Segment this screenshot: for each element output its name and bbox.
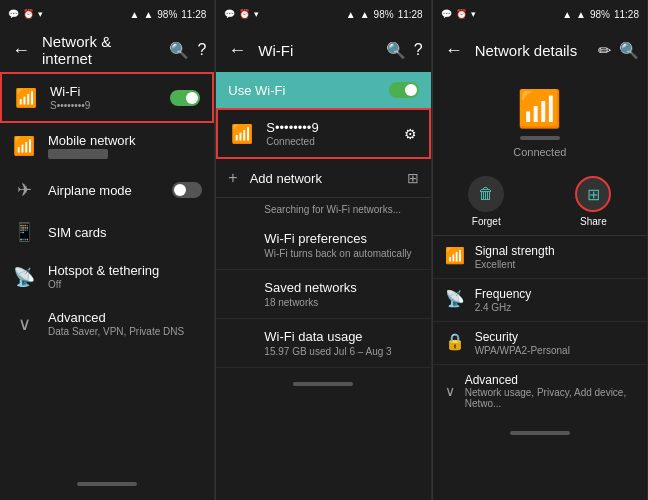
connected-ssid: S••••••••9 — [266, 120, 391, 135]
use-wifi-bar: Use Wi-Fi — [216, 72, 430, 108]
wifi-item-subtitle: S••••••••9 — [50, 100, 158, 111]
hotspot-icon: 📡 — [12, 266, 36, 288]
top-bar-icons-1: 🔍 ? — [169, 41, 206, 60]
advanced-item-subtitle: Data Saver, VPN, Private DNS — [48, 326, 202, 337]
qr-icon[interactable]: ⊞ — [407, 170, 419, 186]
connected-network-text: S••••••••9 Connected — [266, 120, 391, 147]
airplane-icon: ✈ — [12, 179, 36, 201]
security-title: Security — [475, 330, 570, 344]
settings-item-hotspot[interactable]: 📡 Hotspot & tethering Off — [0, 253, 214, 300]
frequency-value: 2.4 GHz — [475, 302, 532, 313]
status-bar-left-2: 💬 ⏰ ▾ — [224, 9, 259, 19]
signal-icon-2: ▲ — [346, 9, 356, 20]
time-3: 11:28 — [614, 9, 639, 20]
signal-strength-icon: 📶 — [445, 246, 465, 265]
nav-bar-1 — [0, 468, 214, 500]
wifi-item-title: Wi-Fi — [50, 84, 158, 99]
alarm-icon-3: ⏰ — [456, 9, 467, 19]
detail-frequency: 📡 Frequency 2.4 GHz — [433, 279, 647, 322]
settings-item-sim[interactable]: 📱 SIM cards — [0, 211, 214, 253]
wifi-toggle[interactable] — [170, 90, 200, 106]
airplane-toggle[interactable] — [172, 182, 202, 198]
wifi-item-text: Wi-Fi S••••••••9 — [50, 84, 158, 111]
mobile-icon: 📶 — [12, 135, 36, 157]
pref-subtitle-0: Wi-Fi turns back on automatically — [264, 248, 418, 259]
hotspot-item-text: Hotspot & tethering Off — [48, 263, 202, 290]
sim-icon: 📱 — [12, 221, 36, 243]
back-button-2[interactable]: ← — [224, 36, 250, 65]
back-button-3[interactable]: ← — [441, 36, 467, 65]
connected-status: Connected — [266, 136, 391, 147]
home-indicator-3 — [510, 431, 570, 435]
settings-item-mobile[interactable]: 📶 Mobile network •••••••• — [0, 123, 214, 169]
status-bar-left-3: 💬 ⏰ ▾ — [441, 9, 476, 19]
help-icon-2[interactable]: ? — [414, 41, 423, 59]
use-wifi-toggle[interactable] — [389, 82, 419, 98]
search-icon-3[interactable]: 🔍 — [619, 41, 639, 60]
whatsapp-icon: 💬 — [8, 9, 19, 19]
forget-button[interactable]: 🗑 Forget — [468, 176, 504, 227]
frequency-icon: 📡 — [445, 289, 465, 308]
status-bar-1: 💬 ⏰ ▾ ▲ ▲ 98% 11:28 — [0, 0, 214, 28]
forget-icon: 🗑 — [478, 185, 494, 203]
forget-icon-box: 🗑 — [468, 176, 504, 212]
pref-subtitle-2: 15.97 GB used Jul 6 – Aug 3 — [264, 346, 418, 357]
help-icon-1[interactable]: ? — [197, 41, 206, 59]
top-bar-icons-2: 🔍 ? — [386, 41, 423, 60]
mobile-item-title: Mobile network — [48, 133, 202, 148]
pref-subtitle-1: 18 networks — [264, 297, 418, 308]
share-button[interactable]: ⊞ Share — [575, 176, 611, 227]
pref-item-data-usage[interactable]: Wi-Fi data usage 15.97 GB used Jul 6 – A… — [216, 319, 430, 368]
settings-item-airplane[interactable]: ✈ Airplane mode — [0, 169, 214, 211]
gear-icon[interactable]: ⚙ — [404, 126, 417, 142]
details-connected-label: Connected — [513, 146, 566, 158]
nav-bar-2 — [216, 368, 430, 400]
status-bar-right-1: ▲ ▲ 98% 11:28 — [129, 9, 206, 20]
mobile-item-text: Mobile network •••••••• — [48, 133, 202, 159]
airplane-item-title: Airplane mode — [48, 183, 160, 198]
settings-item-wifi[interactable]: 📶 Wi-Fi S••••••••9 — [0, 72, 214, 123]
home-indicator-1 — [77, 482, 137, 486]
detail-security: 🔒 Security WPA/WPA2-Personal — [433, 322, 647, 365]
advanced-row-details[interactable]: ∨ Advanced Network usage, Privacy, Add d… — [433, 365, 647, 417]
signal-value: Excellent — [475, 259, 555, 270]
status-bar-right-3: ▲ ▲ 98% 11:28 — [562, 9, 639, 20]
battery-percent-3: 98% — [590, 9, 610, 20]
add-network-label: Add network — [250, 171, 395, 186]
search-icon-2[interactable]: 🔍 — [386, 41, 406, 60]
network-name-blur — [520, 136, 560, 140]
big-wifi-icon: 📶 — [517, 88, 562, 130]
mobile-item-subtitle: •••••••• — [48, 149, 108, 159]
airplane-item-text: Airplane mode — [48, 183, 160, 198]
detail-signal: 📶 Signal strength Excellent — [433, 236, 647, 279]
settings-item-advanced[interactable]: ∨ Advanced Data Saver, VPN, Private DNS — [0, 300, 214, 347]
pref-item-saved[interactable]: Saved networks 18 networks — [216, 270, 430, 319]
share-icon-box: ⊞ — [575, 176, 611, 212]
share-label: Share — [580, 216, 607, 227]
search-icon-1[interactable]: 🔍 — [169, 41, 189, 60]
back-button-1[interactable]: ← — [8, 36, 34, 65]
share-icon: ⊞ — [587, 185, 600, 204]
advanced-title-details: Advanced — [465, 373, 635, 387]
panel1-title: Network & internet — [42, 33, 161, 67]
add-network-row[interactable]: + Add network ⊞ — [216, 159, 430, 198]
chevron-down-icon: ∨ — [12, 313, 36, 335]
sim-item-title: SIM cards — [48, 225, 202, 240]
pref-item-preferences[interactable]: Wi-Fi preferences Wi-Fi turns back on au… — [216, 221, 430, 270]
pref-title-2: Wi-Fi data usage — [264, 329, 418, 344]
actions-row: 🗑 Forget ⊞ Share — [433, 168, 647, 236]
more-icon-3: ▾ — [471, 9, 476, 19]
connected-wifi-icon: 📶 — [230, 123, 254, 145]
panel-network-internet: 💬 ⏰ ▾ ▲ ▲ 98% 11:28 ← Network & internet… — [0, 0, 215, 500]
status-bar-2: 💬 ⏰ ▾ ▲ ▲ 98% 11:28 — [216, 0, 430, 28]
wifi-status-icon-1: ▲ — [143, 9, 153, 20]
battery-percent-1: 98% — [157, 9, 177, 20]
panel3-title: Network details — [475, 42, 590, 59]
advanced-subtitle-details: Network usage, Privacy, Add device, Netw… — [465, 387, 635, 409]
hotspot-item-subtitle: Off — [48, 279, 202, 290]
edit-icon[interactable]: ✏ — [598, 41, 611, 60]
sim-item-text: SIM cards — [48, 225, 202, 240]
battery-percent-2: 98% — [374, 9, 394, 20]
top-bar-icons-3: ✏ 🔍 — [598, 41, 639, 60]
connected-network-item[interactable]: 📶 S••••••••9 Connected ⚙ — [216, 108, 430, 159]
